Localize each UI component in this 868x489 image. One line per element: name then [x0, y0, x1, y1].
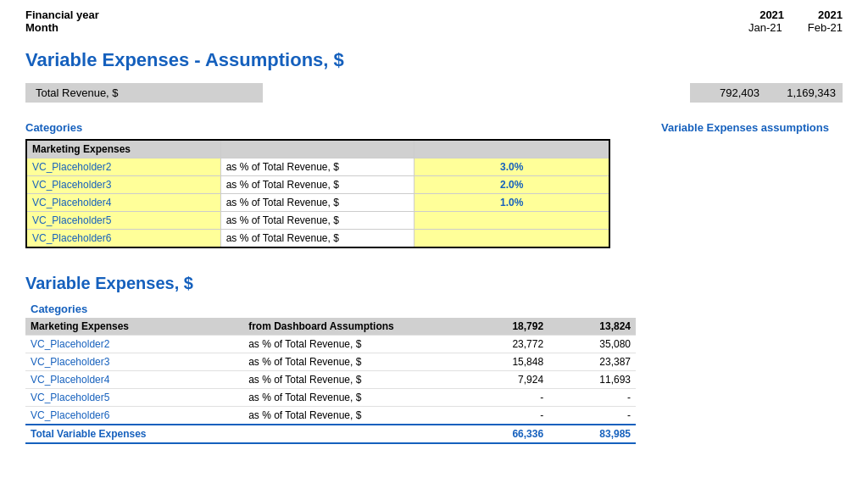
ve-v2-2: 23,387 — [548, 353, 636, 371]
year2: 2021 — [818, 8, 843, 21]
assump-basis-3: as % of Total Revenue, $ — [221, 194, 415, 211]
revenue-label: Total Revenue, $ — [25, 83, 263, 103]
ve-basis-0: from Dashboard Assumptions — [243, 318, 461, 336]
table-row: VC_Placeholder6 as % of Total Revenue, $ — [27, 230, 609, 247]
assumptions-col-headers: Categories Variable Expenses assumptions — [25, 118, 843, 137]
ve-v1-1: 23,772 — [461, 336, 548, 353]
categories-col-header: Categories — [25, 118, 415, 137]
assump-val-3: 1.0% — [415, 194, 609, 211]
revenue-values: 792,403 1,169,343 — [690, 83, 843, 103]
section1-title: Variable Expenses - Assumptions, $ — [25, 49, 843, 71]
table-row: Marketing Expenses — [27, 141, 609, 158]
assump-cat-2: VC_Placeholder3 — [27, 176, 221, 193]
assumptions-section: Categories Variable Expenses assumptions… — [25, 118, 843, 248]
month2: Feb-21 — [808, 21, 843, 34]
table-row: VC_Placeholder3 as % of Total Revenue, $… — [27, 176, 609, 194]
ve-cat-4: VC_Placeholder5 — [25, 389, 243, 407]
assump-basis-2: as % of Total Revenue, $ — [221, 176, 415, 193]
ve-v1-0: 18,792 — [461, 318, 548, 336]
header-labels: Financial year Month — [25, 8, 99, 34]
table-row: VC_Placeholder5 as % of Total Revenue, $ — [27, 212, 609, 230]
ve-total-val2: 83,985 — [548, 425, 636, 443]
ve-cat-2: VC_Placeholder3 — [25, 353, 243, 371]
assump-val-4 — [415, 212, 609, 229]
assump-cat-1: VC_Placeholder2 — [27, 158, 221, 175]
ve-basis-2: as % of Total Revenue, $ — [243, 353, 461, 371]
assump-cat-0: Marketing Expenses — [27, 141, 221, 158]
ve-cat-0: Marketing Expenses — [25, 318, 243, 336]
table-row: VC_Placeholder2 as % of Total Revenue, $… — [27, 158, 609, 176]
ve-basis-4: as % of Total Revenue, $ — [243, 389, 461, 407]
section2-title: Variable Expenses, $ — [25, 274, 843, 293]
ve-total-row: Total Variable Expenses 66,336 83,985 — [25, 425, 636, 443]
ve-basis-header — [243, 300, 461, 318]
table-row: VC_Placeholder4 as % of Total Revenue, $… — [27, 194, 609, 212]
assump-cat-4: VC_Placeholder5 — [27, 212, 221, 229]
ve-v2-1: 35,080 — [548, 336, 636, 353]
ve-v2-0: 13,824 — [548, 318, 636, 336]
table-row: VC_Placeholder6 as % of Total Revenue, $… — [25, 407, 636, 425]
assump-val-1: 3.0% — [415, 158, 609, 175]
ve-v2-3: 11,693 — [548, 371, 636, 389]
page-header: Financial year Month 2021 2021 Jan-21 Fe… — [25, 8, 843, 34]
ve-val1-header — [461, 300, 548, 318]
assumptions-table: Marketing Expenses VC_Placeholder2 as % … — [25, 139, 610, 248]
ve-total-val1: 66,336 — [461, 425, 548, 443]
variable-expenses-table: Categories Marketing Expenses from Dashb… — [25, 300, 636, 444]
ve-col-headers: Categories — [25, 300, 636, 318]
ve-total-label: Total Variable Expenses — [25, 425, 461, 443]
table-row: Marketing Expenses from Dashboard Assump… — [25, 318, 636, 336]
ve-cat-3: VC_Placeholder4 — [25, 371, 243, 389]
ve-cat-5: VC_Placeholder6 — [25, 407, 243, 425]
table-row: VC_Placeholder2 as % of Total Revenue, $… — [25, 336, 636, 353]
table-row: VC_Placeholder4 as % of Total Revenue, $… — [25, 371, 636, 389]
year1: 2021 — [760, 8, 784, 21]
ve-v2-4: - — [548, 389, 636, 407]
ve-val2-header — [548, 300, 636, 318]
assump-basis-4: as % of Total Revenue, $ — [221, 212, 415, 229]
assump-basis-1: as % of Total Revenue, $ — [221, 158, 415, 175]
ve-basis-3: as % of Total Revenue, $ — [243, 371, 461, 389]
month1: Jan-21 — [748, 21, 782, 34]
ve-categories-header: Categories — [25, 300, 243, 318]
ve-basis-5: as % of Total Revenue, $ — [243, 407, 461, 425]
ve-v1-4: - — [461, 389, 548, 407]
ve-v1-5: - — [461, 407, 548, 425]
assump-val-5 — [415, 230, 609, 247]
assump-basis-0 — [221, 141, 415, 158]
assump-val-2: 2.0% — [415, 176, 609, 193]
ve-v1-2: 15,848 — [461, 353, 548, 371]
table-row: VC_Placeholder5 as % of Total Revenue, $… — [25, 389, 636, 407]
ve-v2-5: - — [548, 407, 636, 425]
revenue-row: Total Revenue, $ 792,403 1,169,343 — [25, 83, 843, 103]
ve-basis-1: as % of Total Revenue, $ — [243, 336, 461, 353]
assump-cat-3: VC_Placeholder4 — [27, 194, 221, 211]
month-label: Month — [25, 21, 99, 34]
assump-cat-5: VC_Placeholder6 — [27, 230, 221, 247]
ve-cat-1: VC_Placeholder2 — [25, 336, 243, 353]
financial-year-label: Financial year — [25, 8, 99, 21]
revenue-val1: 792,403 — [690, 83, 766, 103]
revenue-val2: 1,169,343 — [766, 83, 843, 103]
var-exp-col-header: Variable Expenses assumptions — [648, 118, 843, 137]
assump-val-0 — [415, 141, 609, 158]
ve-v1-3: 7,924 — [461, 371, 548, 389]
assump-basis-5: as % of Total Revenue, $ — [221, 230, 415, 247]
table-row: VC_Placeholder3 as % of Total Revenue, $… — [25, 353, 636, 371]
header-years: 2021 2021 Jan-21 Feb-21 — [748, 8, 843, 34]
